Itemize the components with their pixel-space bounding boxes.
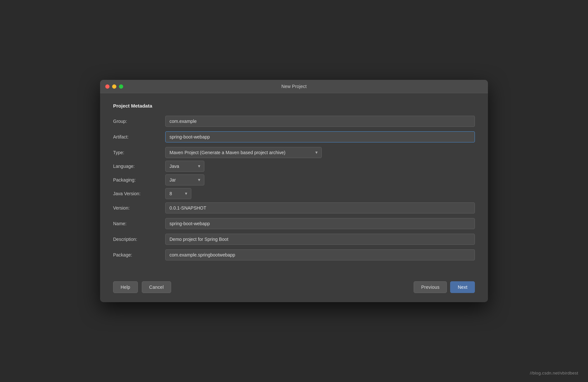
artifact-label: Artifact: <box>113 134 165 140</box>
package-label: Package: <box>113 252 165 257</box>
java-version-select-wrapper: 8 ▼ <box>165 188 191 199</box>
package-input[interactable] <box>165 249 475 260</box>
java-version-select[interactable]: 8 <box>165 188 191 199</box>
type-select-wrapper: Maven Project (Generate a Maven based pr… <box>165 147 322 158</box>
language-label: Language: <box>113 164 165 169</box>
version-label: Version: <box>113 205 165 211</box>
next-button[interactable]: Next <box>450 281 475 293</box>
packaging-label: Packaging: <box>113 177 165 183</box>
dialog-title: New Project <box>281 84 307 89</box>
footer-right-buttons: Previous Next <box>414 281 475 293</box>
version-input[interactable] <box>165 202 475 213</box>
desktop-background: New Project Project Metadata Group: Arti… <box>0 0 588 382</box>
packaging-select-wrapper: Jar ▼ <box>165 174 204 185</box>
name-row: Name: <box>113 218 475 229</box>
dialog-footer: Help Cancel Previous Next <box>100 275 488 302</box>
packaging-select[interactable]: Jar <box>165 174 204 185</box>
language-row: Language: Java ▼ <box>113 161 475 172</box>
group-label: Group: <box>113 119 165 124</box>
description-input[interactable] <box>165 234 475 245</box>
version-row: Version: <box>113 202 475 213</box>
description-row: Description: <box>113 234 475 245</box>
group-row: Group: <box>113 116 475 127</box>
help-button[interactable]: Help <box>113 281 138 293</box>
packaging-row: Packaging: Jar ▼ <box>113 174 475 185</box>
language-select-wrapper: Java ▼ <box>165 161 204 172</box>
new-project-dialog: New Project Project Metadata Group: Arti… <box>100 80 488 302</box>
title-bar: New Project <box>100 80 488 93</box>
section-title: Project Metadata <box>113 103 475 109</box>
type-select[interactable]: Maven Project (Generate a Maven based pr… <box>165 147 322 158</box>
language-select[interactable]: Java <box>165 161 204 172</box>
type-label: Type: <box>113 150 165 155</box>
dialog-content: Project Metadata Group: Artifact: Type: … <box>100 93 488 275</box>
maximize-button[interactable] <box>119 84 123 89</box>
footer-left-buttons: Help Cancel <box>113 281 171 293</box>
type-row: Type: Maven Project (Generate a Maven ba… <box>113 147 475 158</box>
description-label: Description: <box>113 237 165 242</box>
artifact-input[interactable] <box>165 131 475 142</box>
watermark: //blog.csdn.net/vbirdbest <box>530 371 578 375</box>
artifact-row: Artifact: <box>113 131 475 142</box>
previous-button[interactable]: Previous <box>414 281 447 293</box>
java-version-label: Java Version: <box>113 191 165 196</box>
cancel-button[interactable]: Cancel <box>142 281 171 293</box>
group-input[interactable] <box>165 116 475 127</box>
name-label: Name: <box>113 221 165 226</box>
close-button[interactable] <box>105 84 110 89</box>
window-controls <box>105 84 123 89</box>
minimize-button[interactable] <box>112 84 116 89</box>
package-row: Package: <box>113 249 475 260</box>
name-input[interactable] <box>165 218 475 229</box>
java-version-row: Java Version: 8 ▼ <box>113 188 475 199</box>
